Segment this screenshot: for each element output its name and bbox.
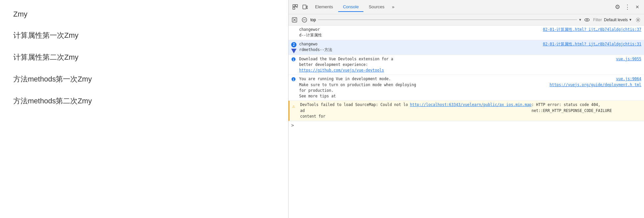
close-icon: ✕ [635, 4, 639, 10]
context-label: top [310, 18, 316, 22]
filter-label: Filter [593, 18, 602, 22]
console-toolbar: top ▼ Filter Default levels ▼ [289, 14, 644, 26]
webpage-line-1: Zmy [13, 10, 275, 19]
webpage-line-2: 计算属性第一次Zmy [13, 30, 275, 40]
webpage-line-3: 计算属性第二次Zmy [13, 52, 275, 62]
console-gear-icon [635, 17, 641, 23]
info-icon-3: i [291, 57, 296, 62]
entry-row-5: DevTools failed to load SourceMap: Could… [300, 102, 641, 119]
default-levels-label: Default levels [604, 18, 628, 22]
webpage-line-4: 方法methods第一次Zmy [13, 74, 275, 84]
clear-icon [292, 17, 297, 23]
more-options-button[interactable]: ⋮ [623, 2, 632, 12]
entry-source-vue-4[interactable]: vue.js:9064 [616, 76, 641, 82]
svg-rect-1 [293, 7, 295, 9]
entry-line-1: changewor 02-01-计算属性.html? ijt…r8b74lald… [299, 27, 641, 32]
svg-text:i: i [293, 78, 295, 81]
more-tabs-button[interactable]: » [390, 2, 397, 12]
warning-triangle-icon: ⚠ [292, 103, 295, 110]
console-prompt[interactable]: > [289, 121, 644, 129]
svg-rect-3 [303, 5, 306, 9]
entry-body-2: rdmethods--方法 [299, 47, 641, 53]
gear-icon: ⚙ [615, 3, 620, 11]
context-dropdown-arrow[interactable]: ▼ [579, 18, 581, 22]
entry-body-1: d--计算属性 [299, 32, 641, 38]
entry-line-3: Download the Vue Devtools extension for … [299, 56, 641, 62]
console-settings-button[interactable] [634, 16, 642, 24]
entry-body-3a: Download the Vue Devtools extension for … [299, 56, 616, 62]
entry-row-4: You are running Vue in development mode.… [299, 76, 641, 99]
badge-count-2: 2 [291, 42, 296, 47]
entry-row-1: changewor 02-01-计算属性.html? ijt…r8b74lald… [299, 27, 641, 38]
inspector-icon [293, 4, 298, 10]
entry-source-1[interactable]: 02-01-计算属性.html? ijt…r8b74laldgjchtis:37 [543, 27, 641, 32]
console-entry-5: ⚠ DevTools failed to load SourceMap: Cou… [289, 101, 644, 121]
context-line [318, 20, 577, 20]
entry-body-5b: : HTTP error: status code 404, net::ERR_… [531, 102, 641, 114]
entry-icon-3: i [291, 56, 298, 62]
console-entry-1: changewor 02-01-计算属性.html? ijt…r8b74lald… [289, 26, 644, 40]
entry-body-5a: DevTools failed to load SourceMap: Could… [300, 102, 410, 119]
devtools-link[interactable]: https://github.com/vuejs/vue-devtools [299, 68, 384, 73]
entry-source-2[interactable]: 02-01-计算属性.html? ijt…r8b74laldgjchtis:31 [543, 41, 641, 47]
vuejs-deployment-link[interactable]: https://vuejs.org/guide/deployment.h tml [550, 82, 641, 88]
no-entry-button[interactable] [300, 16, 308, 24]
entry-link-line-3: https://github.com/vuejs/vue-devtools [299, 68, 641, 73]
tab-elements[interactable]: Elements [310, 2, 338, 12]
entry-row-2: changewo 02-01-计算属性.html? ijt…r8b74laldg… [299, 41, 641, 53]
entry-text-line-4: Make sure to turn on production mode whe… [299, 82, 641, 99]
entry-line-5: DevTools failed to load SourceMap: Could… [300, 102, 641, 119]
console-entry-3: i Download the Vue Devtools extension fo… [289, 55, 644, 75]
close-devtools-button[interactable]: ✕ [633, 2, 642, 12]
svg-rect-0 [293, 5, 295, 7]
entry-line-4: You are running Vue in development mode.… [299, 76, 641, 82]
entry-line-2: changewo 02-01-计算属性.html? ijt…r8b74laldg… [299, 41, 641, 47]
triangle-icon-2 [291, 49, 296, 53]
entry-icon-2: 2 [291, 41, 298, 53]
info-icon-4: i [291, 77, 296, 82]
sourcemap-link[interactable]: http://localhost:63343/vuelearn/public/a… [410, 102, 532, 108]
console-messages[interactable]: changewor 02-01-计算属性.html? ijt…r8b74lald… [289, 26, 644, 218]
default-levels-selector[interactable]: Default levels ▼ [604, 18, 632, 22]
entry-text-line-3: better development experience: [299, 62, 641, 68]
eye-icon [584, 17, 590, 23]
devtools-tabs-bar: Elements Console Sources » ⚙ ⋮ ✕ [289, 0, 644, 14]
entry-body-4b: Make sure to turn on production mode whe… [299, 82, 550, 99]
clear-console-button[interactable] [291, 16, 298, 24]
device-icon [302, 4, 308, 10]
entry-icon-4: i [291, 76, 298, 82]
default-levels-arrow: ▼ [629, 18, 632, 22]
entry-prefix-1: changewor [299, 27, 543, 32]
entry-prefix-2: changewo [299, 41, 543, 47]
devtools-panel: Elements Console Sources » ⚙ ⋮ ✕ [288, 0, 644, 218]
svg-point-12 [637, 19, 639, 21]
no-entry-icon [302, 17, 307, 23]
entry-source-vue-3[interactable]: vue.js:9055 [616, 56, 641, 62]
tab-console[interactable]: Console [338, 2, 363, 12]
entry-text-line-1: d--计算属性 [299, 32, 641, 38]
prompt-arrow-icon: > [291, 123, 294, 128]
tab-sources[interactable]: Sources [364, 2, 389, 12]
device-toggle-button[interactable] [300, 2, 310, 12]
svg-point-11 [586, 19, 588, 21]
svg-text:i: i [293, 58, 295, 61]
inspector-button[interactable] [291, 2, 300, 12]
entry-icon-5: ⚠ [292, 102, 299, 110]
console-entry-4: i You are running Vue in development mod… [289, 75, 644, 101]
entry-body-4a: You are running Vue in development mode. [299, 76, 616, 82]
entry-icon-1 [291, 27, 298, 27]
dots-icon: ⋮ [624, 3, 630, 11]
entry-text-line-2: rdmethods--方法 [299, 47, 641, 53]
entry-row-3: Download the Vue Devtools extension for … [299, 56, 641, 74]
console-entry-2: 2 changewo 02-01-计算属性.html? ijt…r8b74lal… [289, 40, 644, 55]
context-selector[interactable]: top [310, 18, 316, 22]
eye-button[interactable] [583, 16, 591, 24]
entry-body-3b: better development experience: [299, 62, 641, 68]
webpage-content: Zmy 计算属性第一次Zmy 计算属性第二次Zmy 方法methods第一次Zm… [0, 0, 288, 218]
settings-button[interactable]: ⚙ [613, 2, 622, 12]
webpage-line-5: 方法methods第二次Zmy [13, 96, 275, 106]
svg-rect-4 [307, 6, 308, 9]
